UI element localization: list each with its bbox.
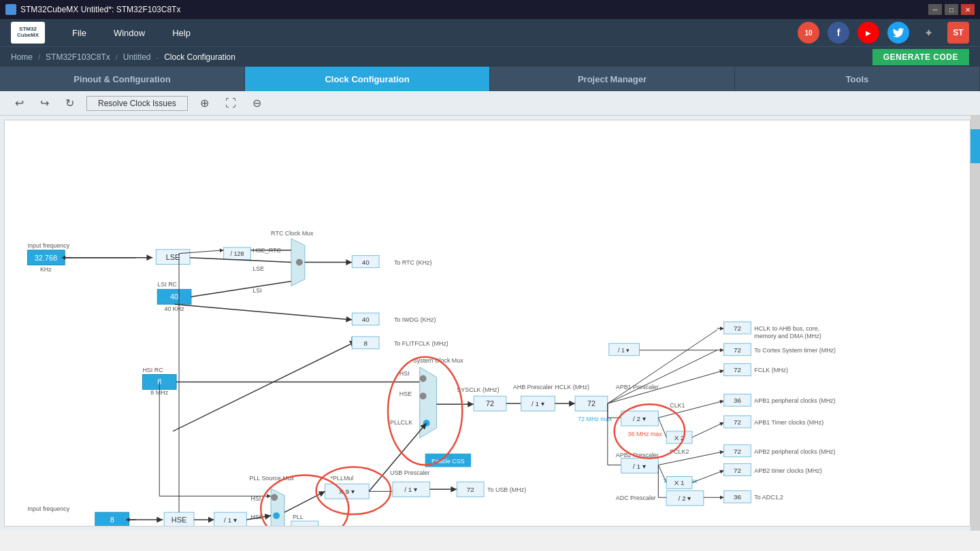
svg-text:LSI RC: LSI RC	[157, 281, 177, 288]
svg-text:APB1 peripheral clocks (MHz): APB1 peripheral clocks (MHz)	[754, 397, 835, 404]
svg-line-27	[174, 304, 352, 320]
minimize-button[interactable]: ─	[928, 4, 942, 15]
svg-line-93	[692, 422, 724, 437]
svg-text:36: 36	[734, 397, 742, 404]
svg-text:/ 2 ▾: / 2 ▾	[633, 415, 646, 422]
logo-text: STM32CubeMX	[17, 27, 39, 39]
svg-text:HSI RC: HSI RC	[142, 367, 163, 373]
svg-text:72: 72	[734, 418, 742, 426]
svg-text:HSE: HSE	[399, 390, 412, 397]
window-menu[interactable]: Window	[114, 28, 145, 38]
generate-code-button[interactable]: GENERATE CODE	[872, 49, 969, 65]
svg-point-47	[420, 393, 427, 399]
redo-button[interactable]: ↪	[36, 95, 53, 111]
svg-text:8: 8	[303, 524, 307, 527]
tab-bar: Pinout & Configuration Clock Configurati…	[0, 67, 980, 91]
logo-box: STM32CubeMX	[11, 22, 45, 44]
svg-point-139	[273, 512, 280, 519]
svg-text:*PLLMul: *PLLMul	[331, 475, 354, 482]
svg-text:72: 72	[734, 346, 742, 354]
svg-text:USB Prescaler: USB Prescaler	[390, 470, 430, 477]
svg-text:APB1 Prescaler: APB1 Prescaler	[616, 384, 659, 390]
maximize-button[interactable]: □	[945, 4, 958, 15]
svg-text:40: 40	[362, 316, 370, 323]
svg-text:40: 40	[170, 293, 178, 301]
twitter-icon[interactable]	[887, 22, 909, 44]
zoom-in-button[interactable]: ⊕	[196, 95, 213, 111]
refresh-button[interactable]: ↻	[61, 95, 78, 111]
svg-text:72: 72	[734, 324, 742, 332]
svg-text:/ 2 ▾: / 2 ▾	[679, 495, 691, 502]
svg-line-111	[692, 471, 724, 483]
svg-text:To Cortex System timer (MHz): To Cortex System timer (MHz)	[754, 347, 836, 354]
svg-text:Input frequency: Input frequency	[28, 505, 70, 512]
svg-text:Input frequency: Input frequency	[28, 242, 70, 249]
svg-line-150	[369, 423, 426, 491]
svg-text:APB2 timer clocks (MHz): APB2 timer clocks (MHz)	[754, 467, 821, 474]
st-icon[interactable]: ST	[947, 22, 969, 44]
svg-text:PLLCLK: PLLCLK	[390, 419, 412, 426]
svg-text:72: 72	[734, 448, 742, 455]
svg-text:/ 1 ▾: / 1 ▾	[532, 400, 544, 407]
svg-text:KHz: KHz	[40, 267, 52, 273]
tab-clock[interactable]: Clock Configuration	[245, 67, 490, 91]
svg-text:RTC Clock Mux: RTC Clock Mux	[271, 230, 314, 237]
svg-text:72: 72	[486, 399, 494, 407]
svg-text:APB1 Timer clocks (MHz): APB1 Timer clocks (MHz)	[754, 419, 823, 426]
svg-point-22	[296, 259, 303, 266]
zoom-out-button[interactable]: ⊖	[248, 95, 265, 111]
breadcrumb-chip[interactable]: STM32F103C8Tx	[46, 52, 110, 62]
network-icon[interactable]: ✦	[917, 22, 939, 44]
breadcrumb-home[interactable]: Home	[11, 52, 33, 62]
close-button[interactable]: ✕	[961, 4, 975, 15]
svg-text:PLL: PLL	[293, 514, 304, 520]
tab-project[interactable]: Project Manager	[490, 67, 735, 91]
breadcrumb-bar: Home / STM32F103C8Tx / Untitled - Clock …	[0, 46, 980, 67]
svg-text:/ 1 ▾: / 1 ▾	[224, 516, 237, 524]
svg-text:36 MHz max: 36 MHz max	[628, 431, 663, 437]
resolve-clock-issues-button[interactable]: Resolve Clock Issues	[86, 96, 188, 111]
youtube-icon[interactable]: ▶	[858, 22, 879, 44]
help-menu[interactable]: Help	[172, 28, 191, 38]
scrollbar-thumb[interactable]	[970, 129, 980, 163]
breadcrumb-dash: -	[157, 53, 159, 61]
svg-text:72: 72	[734, 367, 742, 374]
svg-line-86	[658, 401, 723, 418]
svg-text:40: 40	[362, 258, 370, 266]
tab-pinout[interactable]: Pinout & Configuration	[0, 67, 245, 91]
tab-tools[interactable]: Tools	[735, 67, 980, 91]
window-controls: ─ □ ✕	[928, 4, 975, 15]
svg-text:/ 128: / 128	[231, 250, 244, 257]
app-icon	[5, 4, 16, 15]
svg-text:To IWDG (KHz): To IWDG (KHz)	[394, 316, 436, 323]
logo-area: STM32CubeMX	[11, 22, 45, 44]
scrollbar[interactable]	[970, 116, 980, 531]
version-icon[interactable]: 10	[798, 22, 819, 44]
svg-line-149	[284, 491, 325, 512]
breadcrumb-sep2: /	[116, 53, 118, 61]
svg-text:HCLK to AHB bus, core,: HCLK to AHB bus, core,	[754, 325, 819, 332]
svg-text:LSI: LSI	[252, 287, 261, 294]
svg-text:To USB (MHz): To USB (MHz)	[487, 486, 526, 493]
breadcrumb-sep1: /	[38, 53, 40, 61]
fit-button[interactable]: ⛶	[221, 96, 240, 111]
svg-text:/ 1 ▾: / 1 ▾	[404, 486, 417, 493]
breadcrumb-project[interactable]: Untitled	[123, 52, 151, 62]
svg-text:32.768: 32.768	[35, 254, 57, 262]
svg-text:ADC Prescaler: ADC Prescaler	[616, 495, 656, 501]
svg-text:LSE: LSE	[252, 265, 264, 272]
svg-text:To ADC1,2: To ADC1,2	[754, 494, 783, 501]
svg-text:36: 36	[734, 493, 742, 501]
svg-text:40 KHz: 40 KHz	[164, 305, 184, 312]
svg-text:8: 8	[363, 339, 368, 347]
svg-point-138	[271, 494, 278, 501]
svg-text:HSE: HSE	[172, 516, 186, 524]
undo-button[interactable]: ↩	[11, 95, 28, 111]
svg-text:To RTC (KHz): To RTC (KHz)	[394, 259, 431, 266]
file-menu[interactable]: File	[72, 28, 86, 38]
svg-text:memory and DMA (MHz): memory and DMA (MHz)	[754, 333, 821, 339]
facebook-icon[interactable]: f	[828, 22, 849, 44]
svg-line-31	[173, 344, 352, 431]
svg-text:HCLK (MHz): HCLK (MHz)	[555, 384, 589, 390]
svg-text:/ 1 ▾: / 1 ▾	[633, 463, 646, 470]
